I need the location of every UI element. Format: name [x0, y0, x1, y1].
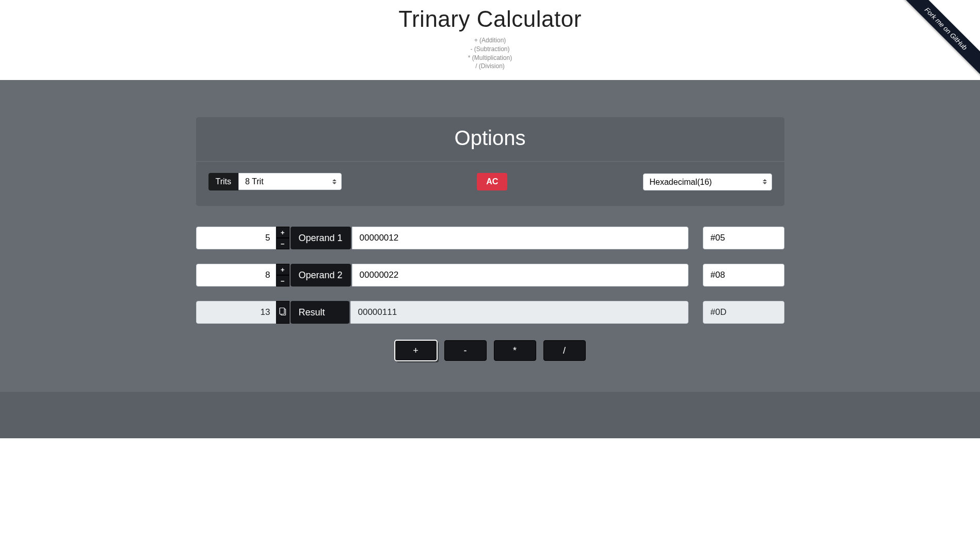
clipboard-icon — [279, 308, 286, 317]
operand2-decimal[interactable] — [196, 264, 276, 287]
operand1-increment-button[interactable]: + — [276, 227, 290, 238]
operand1-row: + − Operand 1 — [196, 227, 784, 249]
result-hex-value: #0D — [711, 307, 727, 317]
all-clear-button[interactable]: AC — [477, 173, 507, 190]
options-card: Options Trits 8 Trit AC Hexadecimal(16) — [196, 117, 784, 206]
operand1-hex-input[interactable] — [711, 233, 777, 243]
svg-rect-1 — [280, 308, 284, 314]
legend-sub: - (Subtraction) — [0, 45, 980, 54]
operand2-label: Operand 2 — [291, 264, 351, 287]
result-trinary: 00000111 — [350, 301, 688, 324]
options-title: Options — [196, 126, 784, 150]
trits-group: Trits 8 Trit — [208, 173, 342, 190]
operand1-decimal-input[interactable] — [202, 233, 270, 243]
trits-label: Trits — [208, 173, 239, 190]
operand1-trinary-input[interactable] — [360, 233, 681, 243]
legend-div: / (Division) — [0, 62, 980, 71]
result-trinary-value: 00000111 — [358, 307, 397, 317]
operator-buttons: + - * / — [196, 340, 784, 361]
operand2-row: + − Operand 2 — [196, 264, 784, 287]
legend-mul: * (Multiplication) — [0, 54, 980, 62]
op-multiply-button[interactable]: * — [494, 340, 536, 361]
result-label: Result — [291, 301, 349, 324]
copy-result-button[interactable] — [276, 301, 290, 324]
result-row: 13 Result 00000111 — [196, 301, 784, 324]
operand2-decimal-input[interactable] — [202, 270, 270, 280]
operand2-decrement-button[interactable]: − — [276, 275, 290, 287]
result-decimal-value: 13 — [261, 307, 270, 317]
operand1-decrement-button[interactable]: − — [276, 238, 290, 249]
footer-bar — [0, 392, 980, 438]
operand2-hex-input[interactable] — [711, 270, 777, 280]
operand2-increment-button[interactable]: + — [276, 264, 290, 275]
legend-add: + (Addition) — [0, 36, 980, 45]
trits-select[interactable]: 8 Trit — [238, 173, 342, 190]
operand1-trinary[interactable] — [352, 227, 688, 249]
operand2-hex[interactable] — [703, 264, 784, 287]
operator-legend: + (Addition) - (Subtraction) * (Multipli… — [0, 36, 980, 71]
base-select[interactable]: Hexadecimal(16) — [643, 173, 772, 190]
operand1-label: Operand 1 — [291, 227, 351, 249]
result-decimal: 13 — [196, 301, 276, 324]
op-divide-button[interactable]: / — [543, 340, 586, 361]
result-hex: #0D — [703, 301, 784, 324]
op-subtract-button[interactable]: - — [444, 340, 487, 361]
operand1-hex[interactable] — [703, 227, 784, 249]
operand1-decimal[interactable] — [196, 227, 276, 249]
page-title: Trinary Calculator — [0, 6, 980, 32]
op-add-button[interactable]: + — [395, 340, 437, 361]
operand2-trinary-input[interactable] — [360, 270, 681, 280]
operand2-trinary[interactable] — [352, 264, 688, 287]
